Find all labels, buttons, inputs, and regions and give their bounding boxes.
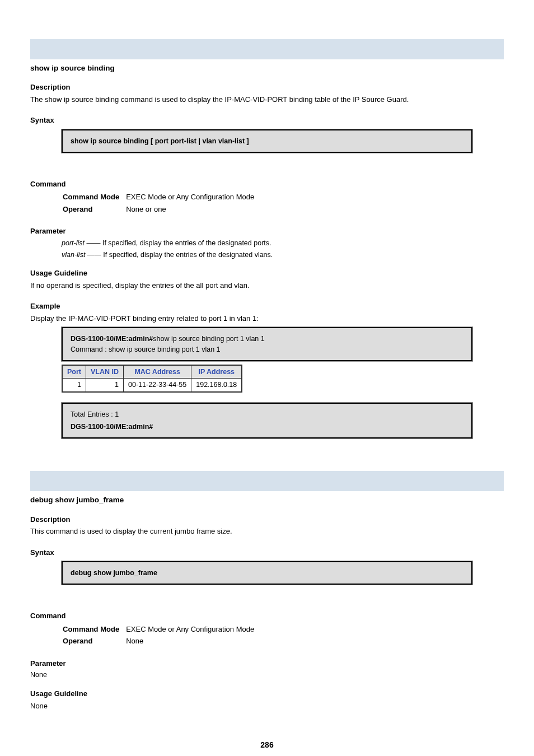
subhead-usage: Usage Guideline xyxy=(30,268,504,279)
subhead-command-2: Command xyxy=(30,610,504,622)
operand-label-2: Operand xyxy=(63,636,125,647)
prompt-2: DGS-1100-10/ME:admin# xyxy=(71,422,463,432)
th-vlanid: VLAN ID xyxy=(86,365,124,379)
syntax-code-2: debug show jumbo_frame xyxy=(71,569,157,577)
param-desc-2: If specified, display the entries of the… xyxy=(103,251,273,259)
th-ip: IP Address xyxy=(191,365,242,379)
subhead-description-2: Description xyxy=(30,514,504,525)
syntax-box-2: debug show jumbo_frame xyxy=(62,561,472,585)
subhead-parameter-2: Parameter xyxy=(30,658,504,669)
cmd-mode-label-2: Command Mode xyxy=(63,624,125,635)
description-text: The show ip source binding command is us… xyxy=(30,94,504,105)
example-lead: Display the IP-MAC-VID-PORT binding entr… xyxy=(30,313,504,324)
prompt-1: DGS-1100-10/ME:admin# xyxy=(71,335,153,343)
operand-value: None or one xyxy=(126,204,254,215)
param-desc-1: If specified, display the entries of the… xyxy=(102,239,271,247)
example-code-1: DGS-1100-10/ME:admin#show ip source bind… xyxy=(62,327,472,361)
section-banner-2 xyxy=(30,471,504,491)
subhead-command: Command xyxy=(30,179,504,190)
subhead-syntax-2: Syntax xyxy=(30,547,504,558)
th-mac: MAC Address xyxy=(124,365,191,379)
usage-text-2: None xyxy=(30,701,504,712)
td-vlanid: 1 xyxy=(86,379,124,392)
section-title-2: debug show jumbo_frame xyxy=(30,494,504,506)
td-ip: 192.168.0.18 xyxy=(191,379,242,392)
cmd-mode-value: EXEC Mode or Any Configuration Mode xyxy=(126,192,254,203)
page-number: 286 xyxy=(30,739,504,751)
section-title: show ip source binding xyxy=(30,63,504,74)
td-mac: 00-11-22-33-44-55 xyxy=(124,379,191,392)
table-row: 1 1 00-11-22-33-44-55 192.168.0.18 xyxy=(62,379,242,392)
td-port: 1 xyxy=(62,379,86,392)
param-name-portlist: port-list xyxy=(62,239,85,247)
th-port: Port xyxy=(62,365,86,379)
description-text-2: This command is used to display the curr… xyxy=(30,526,504,537)
echo-line: Command : show ip source binding port 1 … xyxy=(71,344,463,354)
cmd-input-1: show ip source binding port 1 vlan 1 xyxy=(153,335,264,343)
cmd-mode-value-2: EXEC Mode or Any Configuration Mode xyxy=(126,624,254,635)
subhead-usage-2: Usage Guideline xyxy=(30,688,504,699)
subhead-parameter: Parameter xyxy=(30,226,504,237)
param-dash-1: —— xyxy=(85,239,102,247)
command-table-2: Command Mode EXEC Mode or Any Configurat… xyxy=(62,623,255,648)
binding-table: Port VLAN ID MAC Address IP Address 1 1 … xyxy=(62,365,242,393)
section-banner xyxy=(30,39,504,59)
command-table: Command Mode EXEC Mode or Any Configurat… xyxy=(62,190,255,216)
param-dash-2: —— xyxy=(85,251,103,259)
operand-value-2: None xyxy=(126,636,254,647)
table-header-row: Port VLAN ID MAC Address IP Address xyxy=(62,365,242,379)
operand-label: Operand xyxy=(63,204,125,215)
param-row-1: port-list —— If specified, display the e… xyxy=(62,238,504,249)
subhead-syntax: Syntax xyxy=(30,115,504,126)
cmd-mode-label: Command Mode xyxy=(63,192,125,203)
usage-text: If no operand is specified, display the … xyxy=(30,280,504,291)
subhead-description: Description xyxy=(30,82,504,93)
syntax-code: show ip source binding [ port port-list … xyxy=(71,137,249,145)
example-code-2: Total Entries : 1 DGS-1100-10/ME:admin# xyxy=(62,403,472,438)
param-row-2: vlan-list —— If specified, display the e… xyxy=(62,250,504,260)
subhead-example: Example xyxy=(30,301,504,312)
syntax-box: show ip source binding [ port port-list … xyxy=(62,129,472,153)
param-name-vlanlist: vlan-list xyxy=(62,251,85,259)
param-none: None xyxy=(30,670,504,680)
total-entries: Total Entries : 1 xyxy=(71,409,463,419)
